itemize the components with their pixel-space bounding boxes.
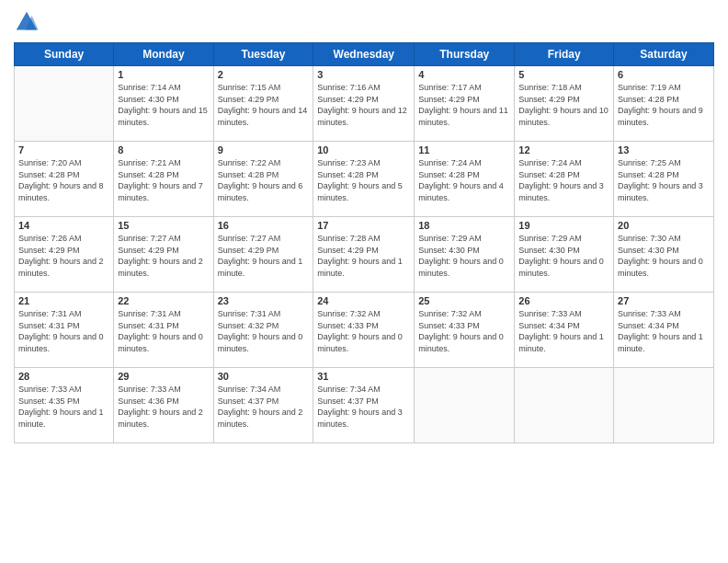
day-number: 22 bbox=[118, 295, 209, 306]
day-info: Sunrise: 7:33 AMSunset: 4:36 PMDaylight:… bbox=[118, 384, 209, 430]
calendar-cell: 29Sunrise: 7:33 AMSunset: 4:36 PMDayligh… bbox=[114, 368, 213, 443]
calendar-cell: 24Sunrise: 7:32 AMSunset: 4:33 PMDayligh… bbox=[313, 293, 415, 368]
day-number: 4 bbox=[418, 69, 510, 80]
calendar-week-row: 7Sunrise: 7:20 AMSunset: 4:28 PMDaylight… bbox=[15, 142, 714, 217]
day-number: 27 bbox=[618, 295, 710, 306]
page-container: SundayMondayTuesdayWednesdayThursdayFrid… bbox=[0, 0, 728, 563]
calendar-week-row: 28Sunrise: 7:33 AMSunset: 4:35 PMDayligh… bbox=[15, 368, 714, 443]
day-info: Sunrise: 7:17 AMSunset: 4:29 PMDaylight:… bbox=[418, 82, 510, 128]
day-info: Sunrise: 7:31 AMSunset: 4:32 PMDaylight:… bbox=[218, 308, 310, 354]
day-info: Sunrise: 7:19 AMSunset: 4:28 PMDaylight:… bbox=[618, 82, 710, 128]
calendar-header-sunday: Sunday bbox=[15, 43, 114, 66]
day-number: 25 bbox=[418, 295, 510, 306]
day-info: Sunrise: 7:33 AMSunset: 4:34 PMDaylight:… bbox=[618, 308, 710, 354]
day-number: 20 bbox=[618, 220, 710, 231]
calendar-cell: 20Sunrise: 7:30 AMSunset: 4:30 PMDayligh… bbox=[614, 217, 714, 293]
day-info: Sunrise: 7:23 AMSunset: 4:28 PMDaylight:… bbox=[317, 157, 410, 203]
day-info: Sunrise: 7:31 AMSunset: 4:31 PMDaylight:… bbox=[118, 308, 209, 354]
calendar-cell: 25Sunrise: 7:32 AMSunset: 4:33 PMDayligh… bbox=[415, 293, 515, 368]
calendar-cell: 8Sunrise: 7:21 AMSunset: 4:28 PMDaylight… bbox=[114, 142, 213, 217]
calendar-cell: 31Sunrise: 7:34 AMSunset: 4:37 PMDayligh… bbox=[313, 368, 415, 443]
day-number: 9 bbox=[218, 144, 310, 155]
day-number: 16 bbox=[218, 220, 310, 231]
calendar-cell: 11Sunrise: 7:24 AMSunset: 4:28 PMDayligh… bbox=[415, 142, 515, 217]
day-info: Sunrise: 7:24 AMSunset: 4:28 PMDaylight:… bbox=[518, 157, 609, 203]
day-info: Sunrise: 7:29 AMSunset: 4:30 PMDaylight:… bbox=[418, 233, 510, 279]
calendar-cell: 26Sunrise: 7:33 AMSunset: 4:34 PMDayligh… bbox=[515, 293, 614, 368]
day-info: Sunrise: 7:14 AMSunset: 4:30 PMDaylight:… bbox=[118, 82, 209, 128]
day-info: Sunrise: 7:34 AMSunset: 4:37 PMDaylight:… bbox=[317, 384, 410, 430]
day-info: Sunrise: 7:32 AMSunset: 4:33 PMDaylight:… bbox=[317, 308, 410, 354]
calendar-cell: 12Sunrise: 7:24 AMSunset: 4:28 PMDayligh… bbox=[515, 142, 614, 217]
day-number: 19 bbox=[518, 220, 609, 231]
day-info: Sunrise: 7:33 AMSunset: 4:35 PMDaylight:… bbox=[18, 384, 109, 430]
day-info: Sunrise: 7:27 AMSunset: 4:29 PMDaylight:… bbox=[118, 233, 209, 279]
day-number: 13 bbox=[618, 144, 710, 155]
calendar-header-thursday: Thursday bbox=[415, 43, 515, 66]
day-number: 24 bbox=[317, 295, 410, 306]
calendar-cell: 23Sunrise: 7:31 AMSunset: 4:32 PMDayligh… bbox=[213, 293, 313, 368]
day-number: 11 bbox=[418, 144, 510, 155]
calendar-week-row: 14Sunrise: 7:26 AMSunset: 4:29 PMDayligh… bbox=[15, 217, 714, 293]
day-number: 8 bbox=[118, 144, 209, 155]
day-number: 30 bbox=[218, 371, 310, 382]
day-number: 2 bbox=[218, 69, 310, 80]
calendar-cell: 17Sunrise: 7:28 AMSunset: 4:29 PMDayligh… bbox=[313, 217, 415, 293]
day-info: Sunrise: 7:32 AMSunset: 4:33 PMDaylight:… bbox=[418, 308, 510, 354]
day-number: 18 bbox=[418, 220, 510, 231]
calendar-week-row: 1Sunrise: 7:14 AMSunset: 4:30 PMDaylight… bbox=[15, 66, 714, 142]
calendar-cell: 19Sunrise: 7:29 AMSunset: 4:30 PMDayligh… bbox=[515, 217, 614, 293]
day-number: 1 bbox=[118, 69, 209, 80]
day-number: 12 bbox=[518, 144, 609, 155]
day-number: 14 bbox=[18, 220, 109, 231]
calendar-cell: 7Sunrise: 7:20 AMSunset: 4:28 PMDaylight… bbox=[15, 142, 114, 217]
calendar-header-friday: Friday bbox=[515, 43, 614, 66]
calendar-cell: 15Sunrise: 7:27 AMSunset: 4:29 PMDayligh… bbox=[114, 217, 213, 293]
calendar-cell: 14Sunrise: 7:26 AMSunset: 4:29 PMDayligh… bbox=[15, 217, 114, 293]
day-info: Sunrise: 7:21 AMSunset: 4:28 PMDaylight:… bbox=[118, 157, 209, 203]
header bbox=[14, 9, 714, 35]
day-info: Sunrise: 7:33 AMSunset: 4:34 PMDaylight:… bbox=[518, 308, 609, 354]
day-info: Sunrise: 7:29 AMSunset: 4:30 PMDaylight:… bbox=[518, 233, 609, 279]
logo-icon bbox=[14, 9, 40, 35]
calendar-cell: 13Sunrise: 7:25 AMSunset: 4:28 PMDayligh… bbox=[614, 142, 714, 217]
logo bbox=[14, 9, 43, 35]
calendar-cell: 4Sunrise: 7:17 AMSunset: 4:29 PMDaylight… bbox=[415, 66, 515, 142]
day-number: 3 bbox=[317, 69, 410, 80]
calendar-cell bbox=[15, 66, 114, 142]
day-info: Sunrise: 7:16 AMSunset: 4:29 PMDaylight:… bbox=[317, 82, 410, 128]
day-info: Sunrise: 7:15 AMSunset: 4:29 PMDaylight:… bbox=[218, 82, 310, 128]
calendar-cell bbox=[415, 368, 515, 443]
day-number: 29 bbox=[118, 371, 209, 382]
day-number: 31 bbox=[317, 371, 410, 382]
day-info: Sunrise: 7:20 AMSunset: 4:28 PMDaylight:… bbox=[18, 157, 109, 203]
day-number: 7 bbox=[18, 144, 109, 155]
calendar-cell: 30Sunrise: 7:34 AMSunset: 4:37 PMDayligh… bbox=[213, 368, 313, 443]
day-number: 5 bbox=[518, 69, 609, 80]
calendar-header-monday: Monday bbox=[114, 43, 213, 66]
day-number: 21 bbox=[18, 295, 109, 306]
calendar-cell bbox=[614, 368, 714, 443]
calendar-cell: 18Sunrise: 7:29 AMSunset: 4:30 PMDayligh… bbox=[415, 217, 515, 293]
day-number: 23 bbox=[218, 295, 310, 306]
calendar-header-wednesday: Wednesday bbox=[313, 43, 415, 66]
calendar-header-row: SundayMondayTuesdayWednesdayThursdayFrid… bbox=[15, 43, 714, 66]
calendar-cell: 16Sunrise: 7:27 AMSunset: 4:29 PMDayligh… bbox=[213, 217, 313, 293]
calendar-cell: 6Sunrise: 7:19 AMSunset: 4:28 PMDaylight… bbox=[614, 66, 714, 142]
calendar-cell: 28Sunrise: 7:33 AMSunset: 4:35 PMDayligh… bbox=[15, 368, 114, 443]
day-number: 10 bbox=[317, 144, 410, 155]
day-info: Sunrise: 7:22 AMSunset: 4:28 PMDaylight:… bbox=[218, 157, 310, 203]
calendar-cell: 9Sunrise: 7:22 AMSunset: 4:28 PMDaylight… bbox=[213, 142, 313, 217]
calendar-week-row: 21Sunrise: 7:31 AMSunset: 4:31 PMDayligh… bbox=[15, 293, 714, 368]
day-info: Sunrise: 7:25 AMSunset: 4:28 PMDaylight:… bbox=[618, 157, 710, 203]
day-number: 17 bbox=[317, 220, 410, 231]
calendar-cell: 3Sunrise: 7:16 AMSunset: 4:29 PMDaylight… bbox=[313, 66, 415, 142]
calendar-cell: 27Sunrise: 7:33 AMSunset: 4:34 PMDayligh… bbox=[614, 293, 714, 368]
calendar-cell bbox=[515, 368, 614, 443]
day-info: Sunrise: 7:26 AMSunset: 4:29 PMDaylight:… bbox=[18, 233, 109, 279]
day-info: Sunrise: 7:18 AMSunset: 4:29 PMDaylight:… bbox=[518, 82, 609, 128]
calendar-cell: 21Sunrise: 7:31 AMSunset: 4:31 PMDayligh… bbox=[15, 293, 114, 368]
calendar-table: SundayMondayTuesdayWednesdayThursdayFrid… bbox=[14, 42, 714, 443]
day-info: Sunrise: 7:24 AMSunset: 4:28 PMDaylight:… bbox=[418, 157, 510, 203]
day-info: Sunrise: 7:27 AMSunset: 4:29 PMDaylight:… bbox=[218, 233, 310, 279]
